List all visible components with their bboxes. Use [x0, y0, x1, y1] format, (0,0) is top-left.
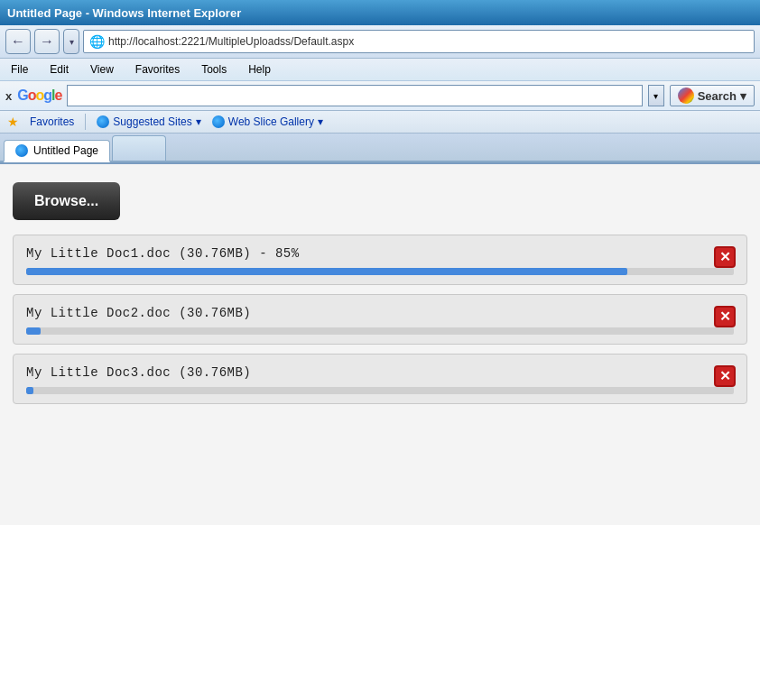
tab-bar: Untitled Page: [0, 134, 760, 162]
ie-icon-suggested: [97, 115, 109, 128]
upload-filename-3: My Little Doc3.doc (30.76MB): [26, 365, 734, 380]
nav-dropdown-button[interactable]: ▾: [63, 29, 79, 54]
progress-bar-container-1: [26, 268, 734, 275]
upload-item-3: My Little Doc3.doc (30.76MB) ✕: [13, 354, 747, 404]
ie-icon-webslice: [212, 115, 225, 128]
progress-bar-fill-2: [26, 327, 41, 335]
favorites-web-slice[interactable]: Web Slice Gallery ▾: [212, 115, 323, 128]
tab-active-label: Untitled Page: [33, 144, 98, 157]
upload-item-2: My Little Doc2.doc (30.76MB) ✕: [13, 294, 747, 345]
google-search-icon: [678, 88, 694, 104]
favorites-bar: ★ Favorites Suggested Sites ▾ Web Slice …: [0, 111, 760, 134]
google-toolbar: x Google ▾ Search ▾: [0, 81, 760, 111]
close-google-bar[interactable]: x: [5, 89, 12, 103]
menu-tools[interactable]: Tools: [198, 61, 230, 78]
upload-item-1: My Little Doc1.doc (30.76MB) - 85% ✕: [13, 235, 747, 285]
browser-chrome: ← → ▾ 🌐 http://localhost:2221/MultipleUp…: [0, 25, 760, 164]
back-button[interactable]: ←: [5, 29, 31, 54]
forward-button[interactable]: →: [34, 29, 60, 54]
google-logo: Google: [17, 88, 61, 104]
tab-ie-icon: [15, 144, 28, 157]
menu-edit[interactable]: Edit: [46, 61, 72, 78]
upload-filename-2: My Little Doc2.doc (30.76MB): [26, 306, 734, 320]
menu-file[interactable]: File: [7, 61, 32, 78]
favorites-label[interactable]: Favorites: [30, 115, 74, 128]
remove-icon-1: ✕: [719, 249, 731, 265]
search-label: Search: [698, 89, 737, 103]
nav-bar: ← → ▾ 🌐 http://localhost:2221/MultipleUp…: [0, 25, 760, 59]
page-content: Browse... My Little Doc1.doc (30.76MB) -…: [0, 164, 760, 525]
google-search-dropdown[interactable]: ▾: [648, 85, 664, 106]
remove-button-2[interactable]: ✕: [714, 306, 736, 327]
title-bar: Untitled Page - Windows Internet Explore…: [0, 0, 760, 25]
menu-favorites[interactable]: Favorites: [132, 61, 183, 78]
address-bar[interactable]: 🌐 http://localhost:2221/MultipleUploadss…: [83, 30, 755, 53]
remove-icon-3: ✕: [719, 368, 731, 384]
upload-filename-1: My Little Doc1.doc (30.76MB) - 85%: [26, 246, 734, 261]
menu-view[interactable]: View: [87, 61, 117, 78]
google-search-input[interactable]: [67, 85, 642, 106]
address-url: http://localhost:2221/MultipleUploadss/D…: [108, 35, 748, 48]
progress-bar-fill-3: [26, 387, 33, 394]
progress-bar-fill-1: [26, 268, 627, 275]
fav-divider-1: [85, 114, 86, 130]
remove-button-1[interactable]: ✕: [714, 246, 736, 268]
tab-active-untitled[interactable]: Untitled Page: [4, 140, 110, 162]
search-dropdown-arrow: ▾: [740, 89, 746, 103]
remove-icon-2: ✕: [719, 309, 731, 325]
google-search-button[interactable]: Search ▾: [670, 85, 755, 106]
remove-button-3[interactable]: ✕: [714, 365, 736, 387]
progress-bar-container-2: [26, 327, 734, 335]
menu-help[interactable]: Help: [245, 61, 274, 78]
title-bar-text: Untitled Page - Windows Internet Explore…: [7, 6, 241, 20]
tab-inactive[interactable]: [112, 135, 166, 161]
progress-bar-container-3: [26, 387, 734, 394]
address-ie-icon: 🌐: [89, 34, 105, 49]
browse-button[interactable]: Browse...: [13, 182, 120, 220]
favorites-star-icon: ★: [7, 115, 19, 129]
favorites-suggested-sites[interactable]: Suggested Sites ▾: [97, 115, 200, 128]
menu-bar: File Edit View Favorites Tools Help: [0, 59, 760, 81]
